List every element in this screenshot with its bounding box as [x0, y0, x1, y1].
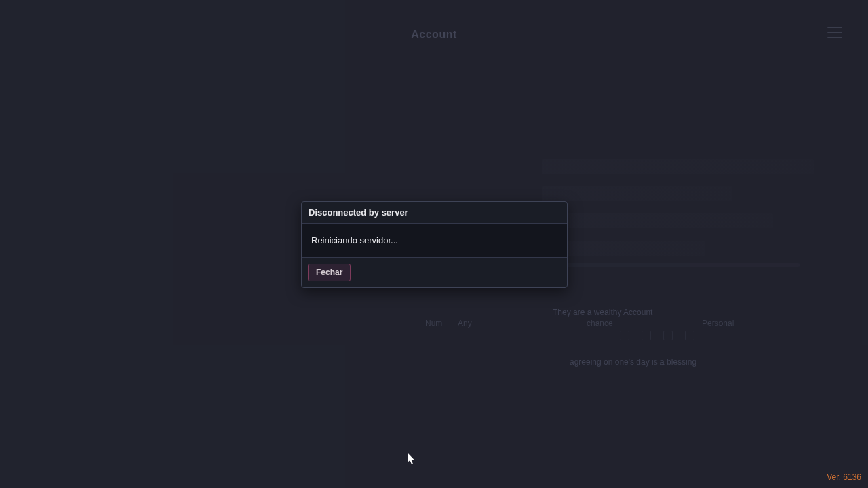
background-label: chance — [587, 319, 613, 328]
disconnect-modal: Disconnected by server Reiniciando servi… — [301, 201, 568, 288]
version-label: Ver. 6136 — [827, 472, 861, 482]
background-text: They are a wealthy Account — [553, 308, 652, 317]
modal-footer: Fechar — [302, 257, 567, 287]
background-checkboxes — [620, 331, 694, 340]
background-content — [542, 159, 814, 256]
background-label: Personal — [702, 319, 734, 328]
page-title: Account — [411, 28, 457, 41]
close-button[interactable]: Fechar — [308, 264, 351, 281]
hamburger-menu-icon — [827, 27, 842, 38]
modal-message: Reiniciando servidor... — [302, 224, 567, 257]
background-label: Any — [458, 319, 472, 328]
background-text: agreeing on one's day is a blessing — [570, 357, 696, 367]
background-slider — [563, 263, 800, 267]
background-label: Num — [425, 319, 442, 328]
modal-title: Disconnected by server — [302, 202, 567, 224]
